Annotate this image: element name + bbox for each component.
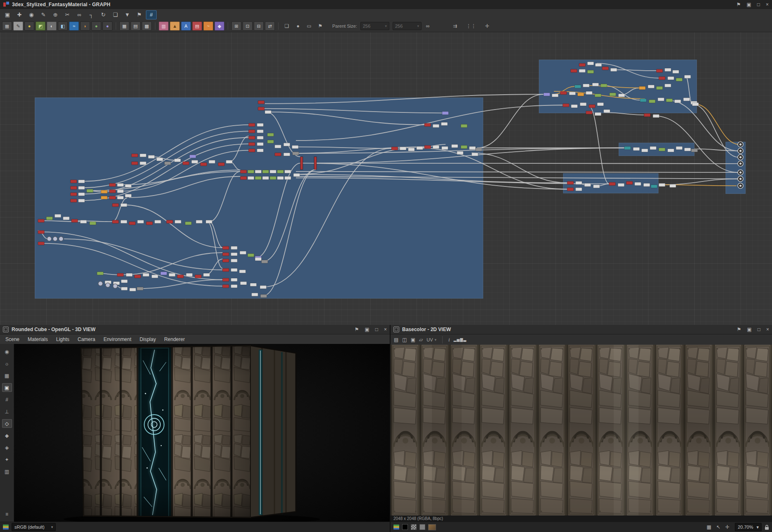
graph-node[interactable] [684, 75, 691, 79]
graph-node[interactable] [70, 199, 76, 202]
graph-node[interactable] [597, 103, 603, 106]
graph-node[interactable] [117, 196, 124, 199]
pointer-icon[interactable]: ↖ [716, 524, 720, 530]
graph-node[interactable] [277, 170, 284, 173]
float-window-icon[interactable]: ▣ [747, 327, 751, 332]
graph-node[interactable] [569, 92, 575, 95]
graph-node[interactable] [143, 273, 149, 277]
text-node-button[interactable]: A [181, 21, 191, 31]
graph-node[interactable] [248, 170, 254, 173]
graph-node[interactable] [248, 177, 254, 180]
graph-node[interactable] [80, 220, 86, 224]
panel-3d-header[interactable]: Rounded Cube - OpenGL - 3D VIEW ⚑▣□× [0, 325, 390, 334]
export-image-icon[interactable]: ▤ [394, 337, 398, 343]
graph-node[interactable] [196, 220, 202, 224]
warp-node-button[interactable]: ◗ [80, 21, 90, 31]
graph-node[interactable] [653, 115, 659, 118]
graph-node[interactable] [258, 101, 264, 104]
graph-node[interactable] [183, 162, 189, 165]
graph-node[interactable] [59, 236, 63, 241]
menu-camera[interactable]: Camera [74, 334, 100, 344]
menu-environment[interactable]: Environment [99, 334, 135, 344]
graph-node[interactable] [571, 105, 577, 108]
graph-node[interactable] [222, 253, 229, 256]
graph-node[interactable] [249, 123, 255, 126]
graph-node[interactable] [592, 83, 598, 86]
graph-node[interactable] [424, 146, 431, 149]
background-checker-swatch[interactable] [411, 524, 417, 530]
graph-node[interactable] [595, 112, 601, 116]
graph-node[interactable] [285, 177, 291, 180]
graph-node[interactable] [257, 130, 263, 133]
menu-lights[interactable]: Lights [52, 334, 74, 344]
graph-node[interactable] [672, 70, 679, 74]
graph-node[interactable] [117, 183, 124, 186]
graph-node[interactable] [222, 259, 229, 262]
create-link-icon[interactable]: ∞ [74, 10, 85, 19]
camera-icon[interactable]: ◉ [2, 347, 12, 356]
graph-node[interactable] [292, 146, 298, 149]
graph-node[interactable] [270, 170, 276, 173]
graph-node[interactable] [442, 112, 448, 115]
relayout-icon[interactable]: ↻ [98, 10, 109, 19]
background-black-swatch[interactable] [402, 524, 408, 530]
graph-node[interactable] [101, 190, 107, 193]
snapshot-icon[interactable]: ◉ [26, 10, 37, 19]
graph-node[interactable] [87, 189, 93, 193]
graph-node[interactable] [267, 133, 274, 136]
shape-node-button[interactable]: ● [102, 21, 112, 31]
graph-node[interactable] [667, 149, 674, 152]
graph-node[interactable] [140, 162, 146, 165]
comment-tool-icon[interactable]: ❏ [110, 10, 121, 19]
graph-node[interactable] [260, 294, 267, 298]
graph-node[interactable] [262, 170, 269, 173]
menu-scene[interactable]: Scene [1, 334, 24, 344]
material-icon[interactable]: ▦ [2, 371, 12, 380]
graph-node[interactable] [47, 236, 52, 241]
maximize-icon[interactable]: □ [758, 327, 760, 332]
edit-tool-icon[interactable]: ✎ [38, 10, 49, 19]
transform-view-icon[interactable]: ▱ [419, 337, 423, 343]
graph-node[interactable] [457, 151, 463, 155]
pin-icon[interactable]: ⚑ [355, 327, 359, 332]
switch-node-button[interactable]: ⇄ [265, 21, 275, 31]
graph-node[interactable] [240, 282, 246, 285]
hsl-node-button[interactable]: ▲ [170, 21, 180, 31]
graph-node[interactable] [177, 275, 183, 278]
geometry-icon[interactable]: ◆ [2, 431, 12, 440]
splatter-node-button[interactable]: ▩ [142, 21, 152, 31]
graph-node[interactable] [231, 253, 237, 256]
pin-icon[interactable]: ⚑ [737, 327, 741, 332]
close-icon[interactable]: × [766, 327, 769, 332]
graph-node[interactable] [109, 196, 115, 199]
graph-node[interactable] [137, 220, 143, 224]
graph-node[interactable] [587, 62, 593, 65]
graph-node[interactable] [131, 154, 138, 157]
bitmap-node-button[interactable]: ▦ [2, 21, 12, 31]
copy-image-icon[interactable]: ▣ [411, 337, 415, 343]
graph-node[interactable] [70, 193, 76, 196]
graph-node[interactable] [78, 180, 84, 183]
graph-node[interactable] [579, 69, 585, 72]
graph-node[interactable] [255, 258, 261, 261]
info-icon[interactable]: i [448, 337, 450, 343]
reroute-link-icon[interactable]: ┐ [86, 10, 97, 19]
graph-node[interactable] [129, 288, 136, 291]
graph-node[interactable] [604, 110, 610, 113]
graph-node[interactable] [152, 275, 158, 278]
graph-node[interactable] [260, 286, 266, 289]
shape-sphere-node-button[interactable]: ● [91, 21, 101, 31]
graph-node[interactable] [164, 162, 171, 165]
graph-node[interactable] [231, 259, 237, 262]
graph-node[interactable] [584, 183, 591, 186]
graph-node[interactable] [231, 268, 237, 272]
colorspace-select[interactable]: sRGB (default) ▾ [12, 523, 56, 531]
pan-tool-icon[interactable]: ✚ [14, 10, 25, 19]
graph-node[interactable] [593, 185, 600, 188]
graph-node[interactable] [169, 273, 175, 277]
graph-node[interactable] [113, 284, 117, 289]
graph-node[interactable] [109, 190, 115, 193]
levels-node-button[interactable]: ▤ [192, 21, 202, 31]
graph-node[interactable] [656, 86, 662, 90]
graph-node[interactable] [659, 183, 665, 186]
